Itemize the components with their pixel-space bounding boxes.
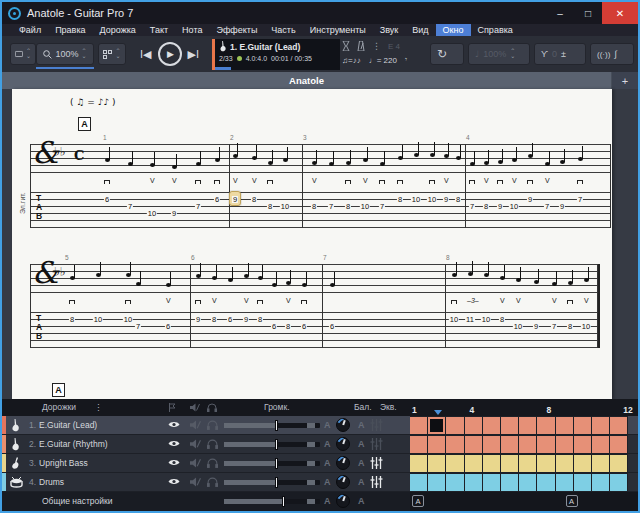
fret-number[interactable]: 6: [271, 323, 277, 330]
relative-speed-control[interactable]: ♩ 100% ⌃⌄: [468, 43, 530, 65]
grid-cell[interactable]: [446, 416, 464, 434]
visibility-eye-icon[interactable]: [168, 420, 180, 429]
menu-item-Вид[interactable]: Вид: [405, 24, 435, 36]
grid-cell[interactable]: [519, 435, 537, 453]
visibility-eye-icon[interactable]: [168, 458, 180, 467]
grid-cell[interactable]: [465, 435, 483, 453]
grid-cell[interactable]: [428, 473, 446, 491]
fret-number[interactable]: 6: [104, 196, 110, 203]
view-mode-button[interactable]: ⌃⌄: [10, 43, 36, 65]
fret-number[interactable]: 10: [147, 210, 157, 217]
next-button[interactable]: ▶I: [188, 48, 200, 61]
fret-number[interactable]: 7: [544, 203, 550, 210]
grid-cell[interactable]: [519, 454, 537, 472]
note-head[interactable]: [212, 276, 217, 280]
prev-button[interactable]: I◀: [140, 48, 152, 61]
grid-cell[interactable]: [574, 454, 592, 472]
fret-number[interactable]: 11: [465, 316, 475, 323]
close-button[interactable]: ✕: [602, 2, 638, 24]
play-button[interactable]: ▶: [158, 42, 182, 66]
more-options-icon[interactable]: ⋮: [372, 41, 381, 51]
grid-cell[interactable]: [592, 435, 610, 453]
fret-number[interactable]: 10: [481, 316, 491, 323]
note-head[interactable]: [414, 153, 419, 157]
fret-number[interactable]: 8: [211, 316, 217, 323]
fret-number[interactable]: 6: [301, 323, 307, 330]
note-head[interactable]: [312, 161, 317, 165]
fret-number[interactable]: 10: [411, 196, 421, 203]
fret-number[interactable]: 8: [69, 316, 75, 323]
note-head[interactable]: [456, 156, 461, 160]
pan-automation[interactable]: A: [358, 477, 365, 487]
note-head[interactable]: [560, 160, 565, 164]
fret-number[interactable]: 8: [567, 323, 573, 330]
grid-cell[interactable]: [574, 416, 592, 434]
master-volume-slider[interactable]: [224, 499, 320, 504]
grid-cell[interactable]: [537, 435, 555, 453]
volume-slider[interactable]: [224, 423, 320, 428]
grid-cell[interactable]: [574, 435, 592, 453]
note-head[interactable]: [252, 156, 257, 160]
loop-button[interactable]: ↻: [430, 43, 464, 65]
fret-number[interactable]: 9: [443, 196, 449, 203]
score-area[interactable]: ( ♫ = ♪♪ )AЭл.гит.A&♭♭CTAB167V10V9762V9V…: [2, 89, 638, 399]
fret-number[interactable]: 9: [527, 196, 533, 203]
master-pan-knob[interactable]: [336, 494, 350, 508]
fret-number[interactable]: 9: [195, 316, 201, 323]
grid-cell[interactable]: [465, 416, 483, 434]
maximize-button[interactable]: □: [574, 2, 602, 24]
grid-cell[interactable]: [556, 454, 574, 472]
fret-number[interactable]: 7: [379, 203, 385, 210]
mute-all-icon[interactable]: [190, 403, 200, 412]
tracks-menu-icon[interactable]: ⋮: [94, 402, 103, 412]
note-head[interactable]: [430, 153, 435, 157]
note-head[interactable]: [534, 280, 539, 284]
mute-icon[interactable]: [190, 439, 201, 449]
menu-item-Эффекты[interactable]: Эффекты: [209, 24, 264, 36]
grid-cell[interactable]: [483, 416, 501, 434]
grid-cell[interactable]: [465, 473, 483, 491]
note-head[interactable]: [258, 276, 263, 280]
fret-number[interactable]: 10: [581, 323, 591, 330]
fret-number[interactable]: 6: [165, 323, 171, 330]
fret-number[interactable]: 8: [251, 196, 257, 203]
line-in-signature-group[interactable]: ((·)) ∫: [590, 43, 634, 65]
grid-cell[interactable]: [537, 473, 555, 491]
fret-number[interactable]: 8: [267, 203, 273, 210]
pan-automation[interactable]: A: [358, 458, 365, 468]
grid-cell[interactable]: [537, 416, 555, 434]
fret-number[interactable]: 7: [577, 196, 583, 203]
grid-cell[interactable]: [410, 435, 428, 453]
note-head[interactable]: [126, 273, 131, 277]
fret-number[interactable]: 8: [257, 316, 263, 323]
pan-knob[interactable]: [336, 456, 350, 470]
note-head[interactable]: [398, 156, 403, 160]
fret-number[interactable]: 6: [329, 323, 335, 330]
eq-icon[interactable]: [370, 438, 383, 450]
fret-number[interactable]: 8: [455, 196, 461, 203]
grid-cell[interactable]: [556, 435, 574, 453]
volume-slider[interactable]: [224, 480, 320, 485]
fret-number[interactable]: 9: [243, 316, 249, 323]
next-section-marker[interactable]: A: [52, 383, 65, 397]
master-volume-automation[interactable]: A: [324, 496, 331, 506]
menu-item-Справка[interactable]: Справка: [471, 24, 520, 36]
solo-headphones-icon[interactable]: [207, 477, 218, 487]
grid-cell[interactable]: [501, 416, 519, 434]
master-settings-row[interactable]: Общие настройки A A AA: [2, 492, 638, 511]
grid-cell[interactable]: [610, 454, 628, 472]
fret-number[interactable]: 10: [280, 203, 290, 210]
grid-cell[interactable]: [465, 454, 483, 472]
fret-number[interactable]: 6: [214, 196, 220, 203]
note-head[interactable]: [172, 165, 177, 169]
pan-knob[interactable]: [336, 418, 350, 432]
menu-item-Правка[interactable]: Правка: [48, 24, 92, 36]
swing-indicator[interactable]: ♫=♪♪: [342, 56, 361, 65]
volume-slider[interactable]: [224, 442, 320, 447]
grid-cell[interactable]: [446, 473, 464, 491]
fret-number[interactable]: 8: [345, 203, 351, 210]
grid-cell[interactable]: [410, 454, 428, 472]
section-marker-a[interactable]: A: [78, 117, 91, 131]
volume-automation[interactable]: A: [324, 439, 331, 449]
note-head[interactable]: [500, 276, 505, 280]
